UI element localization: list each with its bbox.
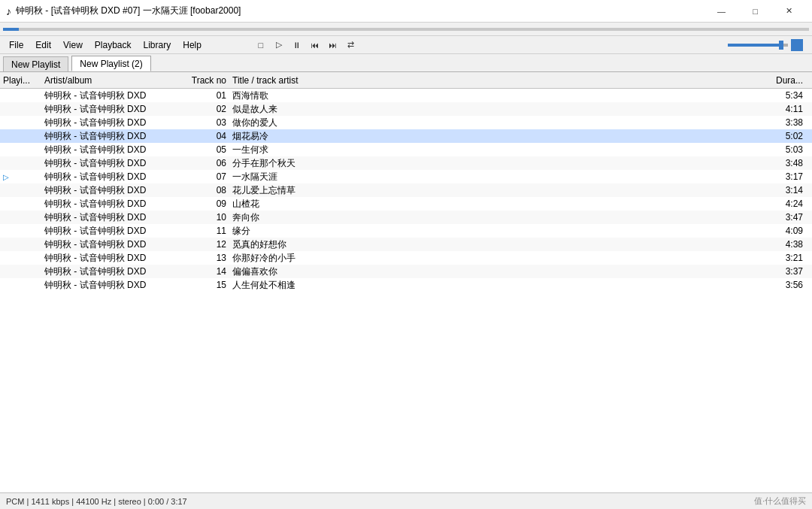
menu-item-view[interactable]: View <box>57 37 89 53</box>
cell-trackno: 15 <box>180 280 232 290</box>
prev-button[interactable]: ⏮ <box>307 37 323 53</box>
menu-bar: File Edit View Playback Library Help □ ▷… <box>0 36 812 54</box>
next-button[interactable]: ⏭ <box>325 37 341 53</box>
cell-title: 人生何处不相逢 <box>232 279 768 292</box>
cell-artist: 钟明秋 - 试音钟明秋 DXD <box>44 211 180 224</box>
status-bar: PCM | 1411 kbps | 44100 Hz | stereo | 0:… <box>0 492 812 509</box>
cell-title: 觅真的好想你 <box>232 238 768 251</box>
cell-artist: 钟明秋 - 试音钟明秋 DXD <box>44 157 180 170</box>
track-list: 钟明秋 - 试音钟明秋 DXD01西海情歌5:34钟明秋 - 试音钟明秋 DXD… <box>0 89 812 492</box>
track-row[interactable]: 钟明秋 - 试音钟明秋 DXD08花儿爱上忘情草3:14 <box>0 183 812 197</box>
cell-duration: 3:21 <box>768 253 809 263</box>
cell-trackno: 11 <box>180 226 232 236</box>
cell-trackno: 13 <box>180 253 232 263</box>
cell-artist: 钟明秋 - 试音钟明秋 DXD <box>44 144 180 156</box>
col-header-title: Title / track artist <box>232 75 768 86</box>
menu-item-file[interactable]: File <box>3 37 29 53</box>
col-header-artist: Artist/album <box>44 75 180 86</box>
volume-fill <box>728 44 782 47</box>
cell-trackno: 09 <box>180 198 232 209</box>
tab-new-playlist-2[interactable]: New Playlist (2) <box>71 56 150 71</box>
title-bar: ♪ 钟明秋 - [试音钟明秋 DXD #07] 一水隔天涯 [foobar200… <box>0 0 812 23</box>
cell-artist: 钟明秋 - 试音钟明秋 DXD <box>44 198 180 211</box>
cell-duration: 3:14 <box>768 185 809 195</box>
maximize-button[interactable]: □ <box>738 0 772 23</box>
seek-bar-area[interactable] <box>0 23 812 36</box>
cell-artist: 钟明秋 - 试音钟明秋 DXD <box>44 89 180 102</box>
col-header-trackno: Track no <box>180 75 232 86</box>
cell-title: 山楂花 <box>232 198 768 211</box>
cell-duration: 4:38 <box>768 239 809 250</box>
cell-title: 一水隔天涯 <box>232 171 768 183</box>
menu-item-library[interactable]: Library <box>138 37 177 53</box>
menu-item-edit[interactable]: Edit <box>29 37 57 53</box>
track-row[interactable]: 钟明秋 - 试音钟明秋 DXD14偏偏喜欢你3:37 <box>0 265 812 278</box>
minimize-button[interactable]: — <box>704 0 738 23</box>
cell-trackno: 12 <box>180 239 232 250</box>
track-row[interactable]: 钟明秋 - 试音钟明秋 DXD03做你的爱人3:38 <box>0 116 812 129</box>
cell-trackno: 10 <box>180 212 232 223</box>
transport-controls: □ ▷ ⏸ ⏮ ⏭ ⇄ <box>253 37 359 53</box>
track-row[interactable]: 钟明秋 - 试音钟明秋 DXD04烟花易冷5:02 <box>0 129 812 143</box>
menu-item-help[interactable]: Help <box>177 37 208 53</box>
pause-button[interactable]: ⏸ <box>289 37 305 53</box>
track-row[interactable]: 钟明秋 - 试音钟明秋 DXD15人生何处不相逢3:56 <box>0 278 812 292</box>
cell-artist: 钟明秋 - 试音钟明秋 DXD <box>44 171 180 183</box>
random-button[interactable]: ⇄ <box>343 37 359 53</box>
volume-thumb[interactable] <box>779 41 783 50</box>
volume-slider[interactable] <box>728 44 788 47</box>
cell-artist: 钟明秋 - 试音钟明秋 DXD <box>44 130 180 143</box>
track-row[interactable]: 钟明秋 - 试音钟明秋 DXD05一生何求5:03 <box>0 143 812 156</box>
window-controls: — □ ✕ <box>704 0 806 23</box>
cell-duration: 3:56 <box>768 280 809 290</box>
track-row[interactable]: 钟明秋 - 试音钟明秋 DXD06分手在那个秋天3:48 <box>0 156 812 170</box>
cell-trackno: 05 <box>180 144 232 155</box>
cell-artist: 钟明秋 - 试音钟明秋 DXD <box>44 184 180 197</box>
cell-artist: 钟明秋 - 试音钟明秋 DXD <box>44 103 180 116</box>
track-row[interactable]: 钟明秋 - 试音钟明秋 DXD09山楂花4:24 <box>0 197 812 211</box>
cell-title: 偏偏喜欢你 <box>232 265 768 278</box>
menu-item-playback[interactable]: Playback <box>89 37 138 53</box>
track-row[interactable]: ▷钟明秋 - 试音钟明秋 DXD07一水隔天涯3:17 <box>0 170 812 183</box>
track-row[interactable]: 钟明秋 - 试音钟明秋 DXD01西海情歌5:34 <box>0 89 812 102</box>
cell-artist: 钟明秋 - 试音钟明秋 DXD <box>44 238 180 251</box>
col-header-duration: Dura... <box>768 75 809 86</box>
cell-duration: 5:03 <box>768 144 809 155</box>
col-header-playlist: Playi... <box>3 75 44 86</box>
volume-control <box>728 39 809 51</box>
app-icon: ♪ <box>6 5 11 17</box>
track-row[interactable]: 钟明秋 - 试音钟明秋 DXD10奔向你3:47 <box>0 211 812 224</box>
play-button[interactable]: ▷ <box>271 37 287 53</box>
volume-indicator <box>791 39 803 51</box>
track-row[interactable]: 钟明秋 - 试音钟明秋 DXD13你那好冷的小手3:21 <box>0 251 812 265</box>
cell-duration: 3:37 <box>768 266 809 277</box>
track-row[interactable]: 钟明秋 - 试音钟明秋 DXD12觅真的好想你4:38 <box>0 238 812 251</box>
cell-title: 缘分 <box>232 225 768 238</box>
cell-title: 你那好冷的小手 <box>232 252 768 265</box>
track-row[interactable]: 钟明秋 - 试音钟明秋 DXD02似是故人来4:11 <box>0 102 812 116</box>
cell-duration: 3:48 <box>768 158 809 168</box>
tab-new-playlist[interactable]: New Playlist <box>3 56 68 71</box>
tab-bar: New Playlist New Playlist (2) <box>0 54 812 72</box>
cell-title: 做你的爱人 <box>232 117 768 129</box>
seek-bar[interactable] <box>3 28 809 31</box>
cell-trackno: 04 <box>180 131 232 141</box>
cell-title: 一生何求 <box>232 144 768 156</box>
close-button[interactable]: ✕ <box>772 0 806 23</box>
track-row[interactable]: 钟明秋 - 试音钟明秋 DXD11缘分4:09 <box>0 224 812 238</box>
cell-duration: 4:24 <box>768 198 809 209</box>
cell-duration: 3:38 <box>768 117 809 128</box>
seek-progress <box>3 28 19 31</box>
cell-trackno: 01 <box>180 90 232 101</box>
cell-artist: 钟明秋 - 试音钟明秋 DXD <box>44 279 180 292</box>
cell-duration: 5:34 <box>768 90 809 101</box>
cell-title: 奔向你 <box>232 211 768 224</box>
cell-title: 分手在那个秋天 <box>232 157 768 170</box>
cell-duration: 5:02 <box>768 131 809 141</box>
cell-trackno: 14 <box>180 266 232 277</box>
status-text: PCM | 1411 kbps | 44100 Hz | stereo | 0:… <box>6 497 187 506</box>
cell-duration: 4:09 <box>768 226 809 236</box>
cell-trackno: 03 <box>180 117 232 128</box>
stop-button[interactable]: □ <box>253 37 269 53</box>
cell-trackno: 06 <box>180 158 232 168</box>
